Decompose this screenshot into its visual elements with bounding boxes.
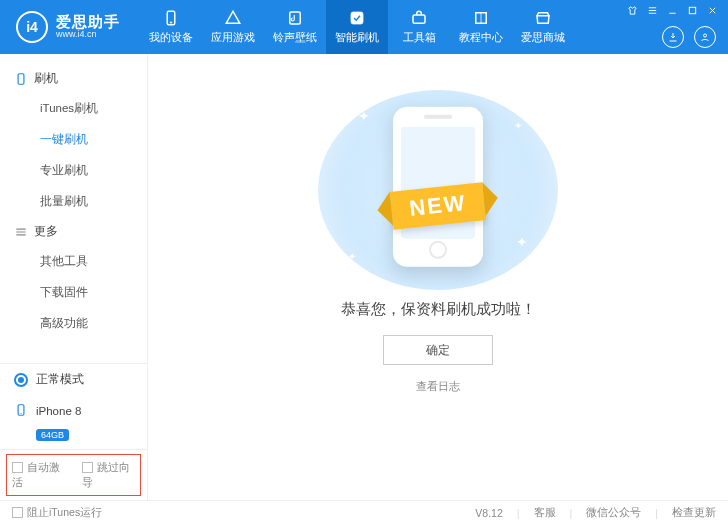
success-illustration: ✦ ✦ ✦ ✦ NEW	[318, 90, 558, 290]
nav-tutorial[interactable]: 教程中心	[450, 0, 512, 54]
sidebar-item-batch-flash[interactable]: 批量刷机	[0, 186, 147, 217]
brand-name: 爱思助手	[56, 14, 120, 31]
maximize-button[interactable]	[686, 4, 698, 16]
nav-label: 工具箱	[403, 30, 436, 45]
nav-toolbox[interactable]: 工具箱	[388, 0, 450, 54]
auto-activate-checkbox[interactable]: 自动激活	[12, 460, 66, 490]
apps-icon	[224, 9, 242, 27]
nav-ringtone[interactable]: 铃声壁纸	[264, 0, 326, 54]
device-icon	[162, 9, 180, 27]
sidebar-group-more[interactable]: 更多	[0, 217, 147, 246]
nav-label: 智能刷机	[335, 30, 379, 45]
phone-icon	[14, 72, 28, 86]
success-message: 恭喜您，保资料刷机成功啦！	[148, 300, 728, 319]
sparkle-icon: ✦	[358, 108, 370, 124]
svg-point-9	[704, 34, 707, 37]
main-panel: ✦ ✦ ✦ ✦ NEW 恭喜您，保资料刷机成功啦！ 确定 查看日志	[148, 54, 728, 500]
window-controls	[626, 4, 718, 16]
sidebar-item-download-firmware[interactable]: 下载固件	[0, 277, 147, 308]
sidebar-group-label: 刷机	[34, 70, 58, 87]
nav-store[interactable]: 爱思商城	[512, 0, 574, 54]
nav-label: 教程中心	[459, 30, 503, 45]
sparkle-icon: ✦	[348, 251, 356, 262]
sidebar-item-oneclick-flash[interactable]: 一键刷机	[0, 124, 147, 155]
device-mode[interactable]: 正常模式	[0, 364, 147, 395]
sparkle-icon: ✦	[516, 234, 528, 250]
device-name: iPhone 8	[36, 405, 81, 417]
nav-label: 铃声壁纸	[273, 30, 317, 45]
svg-point-12	[20, 413, 21, 414]
brand-url: www.i4.cn	[56, 30, 120, 40]
brand-block: i4 爱思助手 www.i4.cn	[0, 11, 140, 43]
top-nav: 我的设备 应用游戏 铃声壁纸 智能刷机 工具箱 教程中心 爱思商城	[140, 0, 574, 54]
sparkle-icon: ✦	[514, 120, 522, 131]
brand-logo-icon: i4	[16, 11, 48, 43]
confirm-button[interactable]: 确定	[383, 335, 493, 365]
store-icon	[534, 9, 552, 27]
user-button[interactable]	[694, 26, 716, 48]
svg-rect-3	[351, 12, 363, 24]
nav-label: 爱思商城	[521, 30, 565, 45]
support-link[interactable]: 客服	[534, 506, 556, 520]
storage-badge: 64GB	[36, 429, 69, 441]
view-log-link[interactable]: 查看日志	[148, 379, 728, 394]
skin-icon[interactable]	[626, 4, 638, 16]
block-itunes-checkbox[interactable]: 阻止iTunes运行	[12, 506, 102, 520]
check-update-link[interactable]: 检查更新	[672, 506, 716, 520]
mode-label: 正常模式	[36, 372, 84, 387]
book-icon	[472, 9, 490, 27]
device-info[interactable]: iPhone 8 64GB	[0, 395, 147, 449]
skip-guide-checkbox[interactable]: 跳过向导	[82, 460, 136, 490]
sidebar-group-flash[interactable]: 刷机	[0, 64, 147, 93]
nav-apps[interactable]: 应用游戏	[202, 0, 264, 54]
svg-rect-10	[18, 73, 24, 84]
more-icon	[14, 225, 28, 239]
status-bar: 阻止iTunes运行 V8.12 | 客服 | 微信公众号 | 检查更新	[0, 500, 728, 524]
device-icon	[14, 403, 28, 419]
minimize-button[interactable]	[666, 4, 678, 16]
sidebar-item-itunes-flash[interactable]: iTunes刷机	[0, 93, 147, 124]
flash-options: 自动激活 跳过向导	[0, 449, 147, 500]
sidebar-group-label: 更多	[34, 223, 58, 240]
sidebar-item-pro-flash[interactable]: 专业刷机	[0, 155, 147, 186]
menu-icon[interactable]	[646, 4, 658, 16]
close-button[interactable]	[706, 4, 718, 16]
app-header: i4 爱思助手 www.i4.cn 我的设备 应用游戏 铃声壁纸 智能刷机 工具…	[0, 0, 728, 54]
svg-point-1	[170, 22, 172, 24]
download-button[interactable]	[662, 26, 684, 48]
mode-indicator-icon	[14, 373, 28, 387]
block-itunes-label: 阻止iTunes运行	[27, 506, 102, 518]
svg-rect-4	[413, 15, 425, 23]
version-label: V8.12	[475, 507, 502, 519]
nav-label: 我的设备	[149, 30, 193, 45]
sidebar-item-other-tools[interactable]: 其他工具	[0, 246, 147, 277]
sidebar-item-advanced[interactable]: 高级功能	[0, 308, 147, 339]
sidebar: 刷机 iTunes刷机 一键刷机 专业刷机 批量刷机 更多 其他工具 下载固件 …	[0, 54, 148, 500]
nav-my-device[interactable]: 我的设备	[140, 0, 202, 54]
music-icon	[286, 9, 304, 27]
wechat-link[interactable]: 微信公众号	[586, 506, 641, 520]
svg-rect-8	[689, 7, 695, 13]
nav-flash[interactable]: 智能刷机	[326, 0, 388, 54]
flash-icon	[348, 9, 366, 27]
toolbox-icon	[410, 9, 428, 27]
nav-label: 应用游戏	[211, 30, 255, 45]
